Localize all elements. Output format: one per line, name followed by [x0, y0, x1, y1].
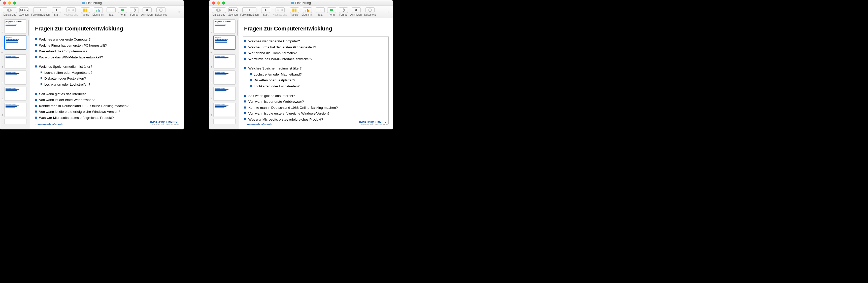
bullet-icon	[244, 40, 246, 42]
zoom-button[interactable]: 64 % ▾Zoomen	[227, 7, 239, 16]
window-title: Einführung	[0, 1, 184, 5]
table-button[interactable]: Tabelle	[80, 7, 91, 16]
bullet-icon	[244, 106, 246, 108]
keynote-live-button[interactable]: Keynote Live	[272, 7, 288, 16]
bullet-icon	[40, 83, 42, 85]
slide-thumb-8[interactable]	[213, 119, 236, 124]
bullet-icon	[244, 58, 246, 60]
text-button[interactable]: TText	[105, 7, 117, 16]
bullet-icon	[40, 71, 42, 73]
bullet-item: Von wann ist der erste Webbrowser?	[244, 99, 388, 105]
document-button[interactable]: Dokument	[154, 7, 168, 16]
svg-rect-10	[121, 9, 124, 11]
view-button[interactable]: Darstellung	[211, 7, 227, 16]
bullet-icon	[35, 93, 37, 95]
svg-rect-0	[7, 9, 10, 11]
svg-rect-20	[307, 9, 308, 11]
window-title: Einführung	[209, 1, 393, 5]
view-button[interactable]: Darstellung	[2, 7, 18, 16]
bullet-item: Wer erfand die Computermaus?	[244, 50, 388, 56]
document-button[interactable]: Dokument	[363, 7, 377, 16]
slide-navigator[interactable]: 2Was machen wir in diesem Seminar?3Frage…	[209, 18, 239, 129]
slide-thumb-6[interactable]: Computergeschichte	[213, 87, 236, 101]
slide-navigator[interactable]: 2Was machen wir in diesem Seminar?3Frage…	[0, 18, 30, 129]
bullet-item: Welches Speichermedium ist älter?	[35, 64, 179, 70]
slide-thumb-7[interactable]: Computergeschichte	[213, 103, 236, 117]
add-slide-button[interactable]: Folie hinzufügen	[30, 7, 51, 16]
slide-thumb-3[interactable]: Fragen zur Computerentwicklung	[4, 35, 26, 50]
keynote-window: Einführung Darstellung 64 % ▾Zoomen Foli…	[209, 0, 393, 129]
slide-body: Welches war der erste Computer?Welche Fi…	[32, 36, 182, 121]
svg-rect-21	[308, 10, 309, 11]
slide-footer: 3 Kontextuelle Informatik HEINZ NIXDORF …	[244, 120, 388, 126]
slide-canvas[interactable]: Fragen zur Computerentwicklung Welches w…	[30, 18, 184, 129]
slide-thumb-3[interactable]: Fragen zur Computerentwicklung	[213, 35, 236, 50]
svg-rect-6	[96, 10, 97, 11]
toolbar: Darstellung 64 % ▾Zoomen Folie hinzufüge…	[209, 6, 393, 18]
animate-button[interactable]: Animieren	[140, 7, 154, 16]
bullet-sub-item: Disketten oder Festplatten?	[35, 75, 179, 82]
bullet-item: Wo wurde das WIMP-Interface entwickelt?	[244, 56, 388, 62]
svg-rect-13	[217, 9, 220, 11]
animate-button[interactable]: Animieren	[349, 7, 363, 16]
titlebar[interactable]: Einführung	[0, 0, 184, 6]
svg-rect-23	[330, 9, 333, 11]
bullet-icon	[250, 85, 252, 87]
add-slide-button[interactable]: Folie hinzufügen	[239, 7, 260, 16]
bullet-item: Von wann ist die erste erfolgreiche Wind…	[35, 109, 179, 115]
bullet-icon	[35, 38, 37, 40]
collapse-icon[interactable]: ▼	[209, 51, 239, 54]
play-button[interactable]: Start	[51, 7, 62, 16]
chart-button[interactable]: Diagramm	[91, 7, 105, 16]
bullet-icon	[244, 52, 246, 54]
table-button[interactable]: Tabelle	[289, 7, 300, 16]
bullet-item: Seit wann gibt es das Internet?	[244, 93, 388, 99]
zoom-button[interactable]: 64 % ▾Zoomen	[19, 7, 30, 16]
slide-thumb-7[interactable]: Computergeschichte	[4, 103, 26, 117]
bullet-icon	[35, 65, 37, 67]
titlebar[interactable]: Einführung	[209, 0, 393, 6]
bullet-icon	[244, 95, 246, 97]
bullet-item: Konnte man in Deutschland 1988 Online-Ba…	[244, 105, 388, 111]
bullet-sub-item: Lochstreifen oder Magnetband?	[35, 70, 179, 76]
bullet-icon	[35, 117, 37, 119]
slide-thumb-2[interactable]: Was machen wir in diesem Seminar?	[4, 20, 26, 33]
bullet-icon	[250, 79, 252, 81]
slide-thumb-5[interactable]: Computergeschichte	[4, 70, 26, 85]
bullet-item: Welches war der erste Computer?	[244, 38, 388, 44]
slide-footer: 3 Kontextuelle Informatik HEINZ NIXDORF …	[35, 120, 179, 126]
bullet-icon	[35, 111, 37, 113]
slide-thumb-4[interactable]: Computergeschichte	[4, 54, 26, 68]
svg-point-11	[134, 9, 135, 10]
bullet-icon	[35, 99, 37, 101]
slide-thumb-6[interactable]: Computergeschichte	[4, 87, 26, 101]
slide-canvas[interactable]: Fragen zur Computerentwicklung Welches w…	[239, 18, 393, 129]
bullet-sub-item: Disketten oder Festplatten?	[244, 77, 388, 83]
format-button[interactable]: Format	[129, 7, 140, 16]
shape-button[interactable]: Form	[326, 7, 337, 16]
collapse-icon[interactable]: ▼	[0, 51, 30, 54]
overflow-icon[interactable]: »	[386, 9, 391, 14]
bullet-sub-item: Lochstreifen oder Magnetband?	[244, 71, 388, 77]
bullet-sub-item: Lochkarten oder Lochstreifen?	[35, 82, 179, 88]
keynote-window: Einführung Darstellung 64 % ▾Zoomen Foli…	[0, 0, 184, 129]
chart-button[interactable]: Diagramm	[301, 7, 314, 16]
bullet-icon	[35, 105, 37, 107]
slide-thumb-5[interactable]: Computergeschichte	[213, 70, 236, 85]
keynote-live-button[interactable]: Keynote Live	[63, 7, 79, 16]
svg-point-24	[343, 9, 344, 10]
slide-thumb-2[interactable]: Was machen wir in diesem Seminar?	[213, 20, 236, 33]
svg-text:T: T	[319, 8, 321, 12]
text-button[interactable]: TText	[315, 7, 326, 16]
slide-thumb-8[interactable]	[4, 119, 26, 124]
bullet-icon	[35, 56, 37, 58]
slide-title: Fragen zur Computerentwicklung	[32, 20, 182, 36]
overflow-icon[interactable]: »	[177, 9, 182, 14]
slide-body[interactable]: Welches war der erste Computer?Welche Fi…	[243, 36, 389, 124]
slide-thumb-4[interactable]: Computergeschichte	[213, 54, 236, 68]
play-button[interactable]: Start	[260, 7, 271, 16]
shape-button[interactable]: Form	[117, 7, 128, 16]
bullet-item: Wo wurde das WIMP-Interface entwickelt?	[35, 54, 179, 60]
format-button[interactable]: Format	[338, 7, 349, 16]
toolbar: Darstellung 64 % ▾Zoomen Folie hinzufüge…	[0, 6, 184, 18]
